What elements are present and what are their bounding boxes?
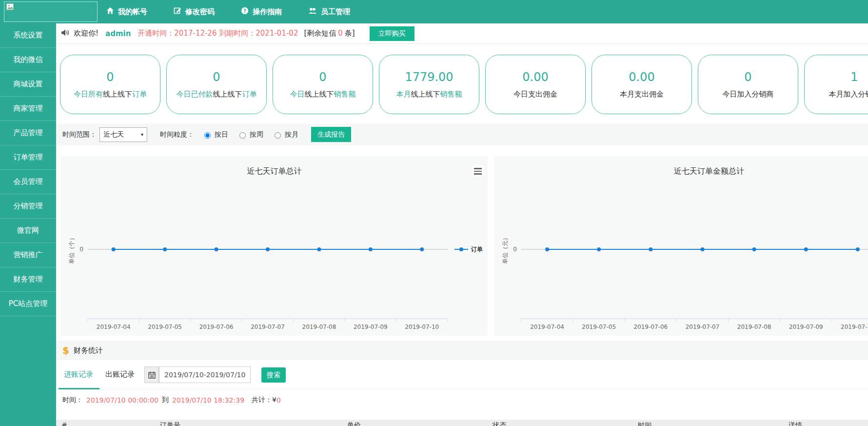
granularity-option-0[interactable]: 按日 [202, 130, 228, 139]
finance-section-title: 财务统计 [74, 346, 103, 355]
table-column-header: 状态 [493, 421, 506, 426]
spacer [56, 336, 868, 341]
y-axis-title: 单位（元） [502, 235, 509, 264]
sidebar-item[interactable]: 分销管理 [0, 194, 56, 219]
stat-card-label-part: 线上线下 [305, 90, 334, 99]
calendar-icon-button[interactable] [144, 366, 159, 383]
top-bar: 我的帐号修改密码?操作指南员工管理 [0, 0, 868, 23]
sidebar-item[interactable]: 营销推广 [0, 243, 56, 267]
table-column-header: 时间 [638, 421, 651, 426]
legend-label[interactable]: 订单 [471, 246, 483, 253]
chevron-down-icon: ▾ [141, 132, 143, 137]
sidebar-item[interactable]: 产品管理 [0, 121, 56, 145]
chart-menu-icon[interactable] [472, 166, 484, 177]
sidebar-item[interactable]: 我的微信 [0, 48, 56, 72]
spacer [56, 145, 868, 156]
stat-card-label-part: 今日所有 [74, 90, 103, 99]
date-range-input[interactable] [159, 366, 251, 383]
sidebar-item[interactable]: 微官网 [0, 219, 56, 243]
summary-start-time: 2019/07/10 00:00:00 [86, 396, 158, 404]
account-validity: 开通时间：2017-12-26 到期时间：2021-01-02 [138, 29, 298, 38]
buy-now-button[interactable]: 立即购买 [370, 26, 414, 41]
summary-label: 时间： [62, 396, 83, 405]
stat-card-value: 0 [213, 70, 220, 84]
data-point [804, 247, 808, 251]
x-axis-tick-label: 2019-07-06 [633, 324, 668, 330]
radio-label: 按月 [285, 130, 298, 139]
svg-text:?: ? [243, 8, 246, 14]
x-axis-tick-label: 2019-07-05 [148, 324, 182, 330]
sidebar-item[interactable]: 会员管理 [0, 170, 56, 194]
finance-section-header: $ 财务统计 [56, 341, 868, 360]
data-point [649, 247, 652, 251]
radio-button[interactable] [239, 132, 246, 139]
legend-marker-dot[interactable] [459, 247, 463, 251]
stat-card-label: 本月加入分销商 [829, 90, 868, 99]
stat-card-label: 本月支出佣金 [620, 90, 664, 99]
tab-expense-records[interactable]: 出账记录 [105, 370, 135, 379]
radio-button[interactable] [204, 132, 211, 139]
sidebar-item[interactable]: 系统设置 [0, 23, 56, 48]
data-point [752, 247, 756, 251]
sidebar-item[interactable]: 商家管理 [0, 97, 56, 121]
summary-row: 时间： 2019/07/10 00:00:00 到 2019/07/10 18:… [56, 389, 868, 411]
granularity-label: 时间粒度： [160, 130, 194, 139]
stat-card-label-part: 今日已付款 [177, 90, 213, 99]
stat-card-value: 0.00 [522, 70, 548, 84]
tab-income-records[interactable]: 进账记录 [64, 370, 93, 379]
nav-item-2[interactable]: ?操作指南 [241, 7, 282, 17]
spacer [56, 411, 868, 420]
stat-card-label-part: 订单 [132, 90, 147, 99]
stat-card-label-part: 今日加入分销商 [723, 90, 774, 99]
x-axis-tick-label: 2019-07-09 [354, 324, 388, 330]
time-range-label: 时间范围： [62, 130, 97, 139]
stat-card-label: 今日线上线下销售额 [290, 90, 356, 99]
data-point [112, 247, 116, 251]
search-button[interactable]: 搜索 [261, 367, 286, 383]
amount-chart-panel: 近七天订单金额总计单位（元）02019-07-042019-07-052019-… [494, 156, 868, 336]
stat-card-label-part: 本月加入分销商 [829, 90, 868, 99]
x-axis-tick-label: 2019-07-04 [97, 324, 131, 330]
table-column-header: 单价 [347, 421, 361, 426]
summary-to: 到 [162, 396, 169, 405]
nav-item-0[interactable]: 我的帐号 [106, 7, 147, 17]
x-axis-tick-label: 2019-07-09 [789, 324, 823, 330]
data-point [163, 247, 167, 251]
y-axis-tick-label: 0 [79, 246, 83, 253]
table-column-header: 详情 [789, 421, 802, 426]
welcome-bar: 欢迎你! admin 开通时间：2017-12-26 到期时间：2021-01-… [56, 23, 868, 44]
sidebar-item[interactable]: 财务管理 [0, 267, 56, 292]
granularity-option-2[interactable]: 按月 [272, 130, 298, 139]
home-icon [106, 7, 114, 17]
data-point [369, 247, 373, 251]
sidebar-item[interactable]: 订单管理 [0, 145, 56, 170]
radio-label: 按日 [215, 130, 228, 139]
nav-item-3[interactable]: 员工管理 [308, 7, 350, 17]
sidebar-item[interactable]: PC站点管理 [0, 292, 56, 316]
summary-total-label: 共计：¥ [252, 396, 276, 405]
records-table-header: #订单号单价状态时间详情 [56, 420, 868, 426]
stat-card-label: 今日支出佣金 [513, 90, 557, 99]
sms-count: 0 [338, 29, 343, 38]
stat-card-label-part: 今日支出佣金 [513, 90, 557, 99]
granularity-option-1[interactable]: 按周 [237, 130, 263, 139]
stat-card-label-part: 订单 [242, 90, 257, 99]
x-axis-tick-label: 2019-07-06 [199, 324, 234, 330]
nav-item-1[interactable]: 修改密码 [174, 7, 215, 17]
radio-button[interactable] [275, 132, 281, 139]
generate-report-button[interactable]: 生成报告 [311, 127, 351, 142]
username: admin [105, 29, 131, 38]
stat-card: 0今日所有线上线下订单 [60, 55, 160, 114]
stat-card-label-part: 销售额 [334, 90, 356, 99]
stat-cards-section: 0今日所有线上线下订单0今日已付款线上线下订单0今日线上线下销售额1779.00… [56, 44, 868, 123]
stat-card-value: 0.00 [629, 70, 654, 84]
table-column-header: 订单号 [160, 421, 180, 426]
stat-card-value: 0 [744, 70, 751, 84]
y-axis-title: 单位（个） [68, 235, 75, 264]
calendar-icon [148, 371, 156, 379]
logo-box [4, 1, 98, 22]
x-axis-tick-label: 2019-07-08 [302, 324, 336, 330]
sidebar-item[interactable]: 商城设置 [0, 72, 56, 97]
time-range-select[interactable]: 近七天 ▾ [99, 127, 147, 142]
x-axis-tick-label: 2019-07-07 [251, 324, 285, 330]
